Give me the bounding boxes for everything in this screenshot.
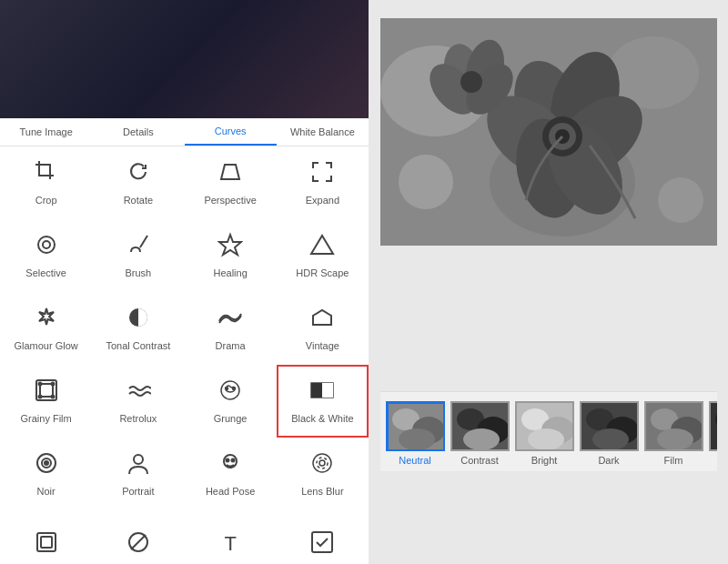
svg-point-71: [592, 428, 629, 450]
svg-point-67: [528, 428, 564, 450]
retrolux-icon: [126, 378, 151, 407]
filter-dark2-thumb: [709, 401, 717, 451]
filter-dark2[interactable]: Dark: [709, 401, 717, 466]
tool-head-pose[interactable]: Head Pose: [185, 438, 277, 510]
tool-row6-3[interactable]: T: [185, 510, 277, 564]
expand-icon: [309, 159, 335, 188]
filter-dark-thumb: [580, 401, 639, 451]
hdr-scape-label: HDR Scape: [296, 267, 349, 279]
svg-rect-76: [711, 403, 717, 451]
filter-contrast-label: Contrast: [460, 455, 499, 466]
drama-icon: [217, 305, 243, 334]
portrait-icon: [126, 450, 151, 479]
tool-perspective[interactable]: Perspective: [185, 146, 277, 219]
svg-rect-31: [41, 537, 52, 548]
crop-icon: [34, 159, 59, 188]
tool-rotate[interactable]: Rotate: [92, 146, 184, 219]
svg-point-28: [317, 458, 328, 468]
tool-hdr-scape[interactable]: HDR Scape: [277, 219, 369, 292]
svg-point-15: [226, 387, 228, 389]
tab-tune-image[interactable]: Tune Image: [0, 119, 92, 145]
head-pose-label: Head Pose: [206, 485, 255, 498]
tab-details[interactable]: Details: [92, 119, 184, 145]
healing-label: Healing: [213, 267, 247, 279]
tool-row6-1[interactable]: [0, 510, 92, 564]
crop-label: Crop: [35, 194, 57, 206]
svg-point-52: [460, 71, 482, 93]
svg-line-3: [140, 236, 147, 247]
row6-4-icon: [309, 529, 335, 559]
filter-bright-label: Bright: [531, 455, 558, 466]
tool-grainy-film[interactable]: Grainy Film: [0, 365, 92, 438]
tool-grunge[interactable]: Grunge: [185, 365, 277, 438]
perspective-icon: [217, 159, 243, 188]
tool-tonal-contrast[interactable]: Tonal Contrast: [92, 292, 184, 365]
head-pose-icon: [217, 450, 243, 479]
svg-point-53: [399, 155, 453, 209]
hdr-scape-icon: [309, 232, 335, 261]
svg-rect-9: [40, 384, 53, 397]
filter-contrast-thumb: [450, 401, 510, 451]
svg-rect-34: [312, 532, 332, 552]
svg-marker-18: [311, 383, 322, 398]
healing-icon: [217, 232, 243, 261]
svg-point-12: [38, 395, 41, 398]
tools-header: Tune Image Details Curves White Balance: [0, 118, 369, 146]
black-white-icon: [309, 378, 335, 407]
filter-neutral[interactable]: Neutral: [386, 401, 445, 466]
grunge-icon: [217, 378, 243, 407]
filter-strip: Neutral Contrast: [380, 401, 717, 466]
tool-healing[interactable]: Healing: [185, 219, 277, 292]
svg-line-33: [131, 535, 146, 549]
svg-marker-5: [311, 236, 333, 254]
filter-strip-wrapper: Neutral Contrast: [380, 391, 717, 471]
tool-crop[interactable]: Crop: [0, 146, 92, 219]
svg-point-22: [45, 461, 48, 465]
vintage-label: Vintage: [306, 339, 339, 352]
svg-point-54: [658, 177, 703, 223]
svg-marker-19: [322, 383, 333, 398]
rotate-label: Rotate: [124, 194, 153, 206]
tool-vintage[interactable]: Vintage: [277, 292, 369, 365]
retrolux-label: Retrolux: [119, 412, 157, 425]
svg-point-27: [313, 454, 331, 472]
filter-film[interactable]: Film: [644, 401, 703, 466]
tool-drama[interactable]: Drama: [185, 292, 277, 365]
noir-label: Noir: [37, 485, 56, 498]
tool-expand[interactable]: Expand: [277, 146, 369, 219]
svg-point-10: [38, 382, 41, 385]
svg-point-2: [43, 241, 50, 248]
row6-3-icon: T: [224, 534, 236, 554]
tool-row6-4[interactable]: [277, 510, 369, 564]
svg-point-13: [51, 395, 54, 398]
row6-2-icon: [126, 529, 151, 559]
tool-retrolux[interactable]: Retrolux: [92, 365, 184, 438]
svg-point-14: [221, 381, 239, 399]
filter-bright-thumb: [515, 401, 574, 451]
tool-selective[interactable]: Selective: [0, 219, 92, 292]
tool-lens-blur[interactable]: Lens Blur: [277, 438, 369, 510]
tool-glamour-glow[interactable]: Glamour Glow: [0, 292, 92, 365]
svg-point-23: [134, 455, 143, 464]
filter-film-label: Film: [664, 455, 683, 466]
svg-point-16: [233, 387, 236, 389]
svg-point-75: [657, 428, 693, 450]
lens-blur-label: Lens Blur: [301, 485, 343, 498]
brush-label: Brush: [126, 267, 152, 279]
brush-icon: [126, 232, 151, 261]
svg-point-63: [463, 428, 500, 450]
tool-brush[interactable]: Brush: [92, 219, 184, 292]
tab-curves[interactable]: Curves: [185, 118, 277, 146]
right-panel: Neutral Contrast: [369, 0, 728, 564]
tool-row6-2[interactable]: [92, 510, 184, 564]
tool-portrait[interactable]: Portrait: [92, 438, 184, 510]
tab-white-balance[interactable]: White Balance: [277, 119, 369, 145]
grainy-film-label: Grainy Film: [21, 412, 72, 425]
filter-contrast[interactable]: Contrast: [450, 401, 510, 466]
filter-dark[interactable]: Dark: [580, 401, 639, 466]
tool-black-white[interactable]: Black & White: [277, 365, 369, 438]
filter-neutral-label: Neutral: [399, 455, 430, 466]
filter-bright[interactable]: Bright: [515, 401, 574, 466]
svg-point-25: [227, 458, 229, 461]
tool-noir[interactable]: Noir: [0, 438, 92, 510]
